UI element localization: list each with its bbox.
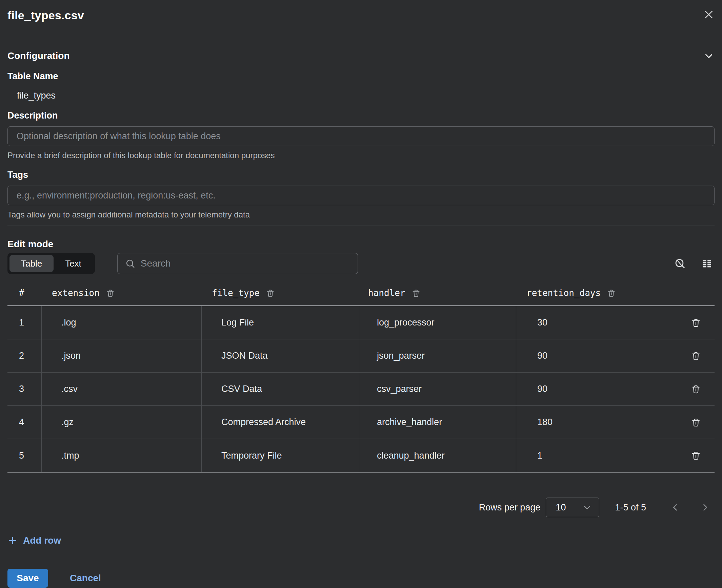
chevron-right-icon (700, 502, 710, 513)
section-divider (7, 226, 715, 226)
cell-file-type[interactable]: Temporary File (202, 439, 359, 472)
cell-retention-days[interactable]: 30 (516, 306, 715, 339)
table-name-value: file_types (17, 90, 715, 101)
cell-value: 90 (537, 351, 547, 361)
configuration-title: Configuration (7, 50, 70, 61)
row-index: 1 (7, 306, 42, 339)
cell-retention-days[interactable]: 90 (516, 339, 715, 372)
close-button[interactable] (703, 9, 715, 20)
add-row-button[interactable]: Add row (7, 535, 61, 546)
description-label: Description (7, 110, 715, 121)
cell-value: 1 (537, 450, 542, 461)
clear-search-button[interactable] (674, 257, 686, 270)
rows-per-page-label: Rows per page (479, 502, 541, 513)
header: file_types.csv (7, 9, 715, 24)
chevron-down-icon (703, 50, 715, 62)
cell-extension[interactable]: .gz (42, 406, 202, 439)
table-toolbar-icons (674, 257, 715, 270)
cell-extension[interactable]: .json (42, 339, 202, 372)
column-header-handler: handler (359, 288, 516, 298)
chevron-left-icon (670, 502, 681, 513)
column-header-label: extension (52, 288, 100, 298)
table-row: 4 .gz Compressed Archive archive_handler… (7, 406, 715, 439)
column-header-extension: extension (42, 288, 202, 298)
table-header-row: # extension file_type (7, 281, 715, 305)
select-chevron-down-icon (582, 502, 592, 512)
cell-file-type[interactable]: Compressed Archive (202, 406, 359, 439)
trash-icon (691, 318, 701, 328)
table-row: 3 .csv CSV Data csv_parser 90 (7, 373, 715, 406)
trash-icon (607, 289, 616, 298)
cell-handler[interactable]: log_processor (359, 306, 516, 339)
delete-column-handler-button[interactable] (412, 289, 421, 298)
search-field[interactable] (117, 253, 358, 274)
cell-file-type[interactable]: JSON Data (202, 339, 359, 372)
trash-icon (691, 417, 701, 427)
column-view-button[interactable] (701, 258, 713, 269)
pagination-range: 1-5 of 5 (615, 502, 646, 513)
edit-mode-option-table[interactable]: Table (9, 255, 54, 272)
cell-value: 90 (537, 384, 547, 394)
edit-mode-label: Edit mode (7, 239, 715, 250)
cell-handler[interactable]: archive_handler (359, 406, 516, 439)
cell-handler[interactable]: csv_parser (359, 373, 516, 405)
delete-column-file-type-button[interactable] (266, 289, 275, 298)
delete-row-button[interactable] (691, 318, 701, 328)
cell-handler[interactable]: cleanup_handler (359, 439, 516, 472)
cell-value: 180 (537, 417, 553, 427)
search-input[interactable] (141, 258, 350, 269)
cell-retention-days[interactable]: 180 (516, 406, 715, 439)
delete-column-extension-button[interactable] (106, 289, 115, 298)
delete-row-button[interactable] (691, 450, 701, 461)
column-header-file-type: file_type (202, 288, 359, 298)
delete-row-button[interactable] (691, 351, 701, 361)
rows-per-page-select[interactable]: 10 (546, 498, 599, 517)
previous-page-button[interactable] (670, 502, 681, 513)
cell-extension[interactable]: .csv (42, 373, 202, 405)
cancel-button[interactable]: Cancel (70, 573, 101, 584)
trash-icon (691, 384, 701, 394)
row-index: 5 (7, 439, 42, 472)
column-header-label: retention_days (526, 288, 601, 298)
row-index: 4 (7, 406, 42, 439)
cell-file-type[interactable]: CSV Data (202, 373, 359, 405)
delete-column-retention-days-button[interactable] (607, 289, 616, 298)
edit-mode-toggle: Table Text (7, 253, 95, 274)
table-row: 1 .log Log File log_processor 30 (7, 306, 715, 339)
footer-actions: Save Cancel (7, 569, 715, 588)
edit-mode-option-text[interactable]: Text (54, 255, 93, 272)
description-input[interactable] (7, 126, 715, 146)
cell-extension[interactable]: .log (42, 306, 202, 339)
cell-retention-days[interactable]: 1 (516, 439, 715, 472)
delete-row-button[interactable] (691, 417, 701, 427)
row-index: 3 (7, 373, 42, 405)
trash-icon (412, 289, 421, 298)
close-icon (703, 9, 715, 20)
table-row: 2 .json JSON Data json_parser 90 (7, 339, 715, 373)
cell-file-type[interactable]: Log File (202, 306, 359, 339)
cell-extension[interactable]: .tmp (42, 439, 202, 472)
trash-icon (106, 289, 115, 298)
search-off-icon (674, 257, 686, 270)
rows-per-page-value: 10 (556, 502, 566, 513)
table-controls: Table Text (7, 252, 715, 275)
search-icon (125, 258, 135, 269)
description-help-text: Provide a brief description of this look… (7, 151, 715, 160)
configuration-section-header[interactable]: Configuration (7, 50, 715, 62)
index-column-header: # (7, 288, 42, 298)
save-button[interactable]: Save (7, 569, 48, 588)
next-page-button[interactable] (700, 502, 710, 513)
lookup-table-editor: file_types.csv Configuration Table Name … (0, 0, 722, 588)
table-name-label: Table Name (7, 71, 715, 82)
table-row: 5 .tmp Temporary File cleanup_handler 1 (7, 439, 715, 472)
column-header-label: file_type (212, 288, 260, 298)
cell-handler[interactable]: json_parser (359, 339, 516, 372)
add-row-label: Add row (23, 535, 61, 546)
delete-row-button[interactable] (691, 384, 701, 394)
trash-icon (266, 289, 275, 298)
cell-retention-days[interactable]: 90 (516, 373, 715, 405)
tags-label: Tags (7, 170, 715, 180)
cell-value: 30 (537, 317, 547, 328)
tags-input[interactable] (7, 186, 715, 205)
table-columns-icon (701, 258, 713, 269)
